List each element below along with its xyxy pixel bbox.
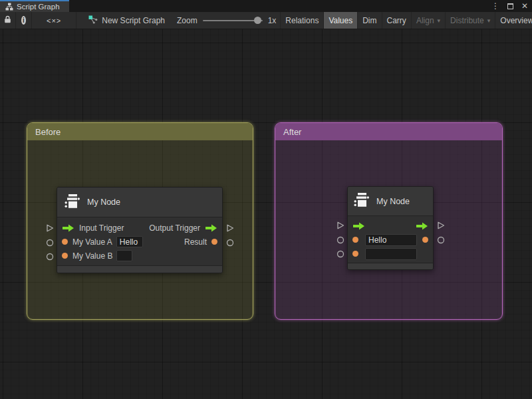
node-icon xyxy=(63,192,81,213)
my-value-b-field[interactable] xyxy=(116,250,132,261)
my-value-a-port-icon[interactable] xyxy=(62,239,68,245)
outer-input-trigger-port[interactable] xyxy=(45,223,54,233)
outer-value-a-port[interactable] xyxy=(45,238,54,247)
value-b-row xyxy=(348,247,433,261)
group-before-title: Before xyxy=(35,127,61,137)
carry-label: Carry xyxy=(387,16,406,25)
after-node[interactable]: My Node xyxy=(347,186,434,270)
outer-result-port[interactable] xyxy=(436,235,445,245)
zoom-label: Zoom xyxy=(177,16,198,25)
tab-title: Script Graph xyxy=(17,3,60,11)
close-icon[interactable]: ✕ xyxy=(521,2,528,10)
new-script-graph-button[interactable]: New Script Graph xyxy=(80,12,173,29)
outer-value-b-port[interactable] xyxy=(336,249,344,259)
info-button[interactable]: i xyxy=(16,12,32,29)
outer-value-b-port[interactable] xyxy=(45,252,54,261)
overview-label: Overview xyxy=(500,16,532,25)
after-node-title: My Node xyxy=(376,197,410,206)
output-trigger-arrow-icon[interactable] xyxy=(416,222,428,230)
before-node-wrap: My Node Input Trigger Output Trigger xyxy=(57,187,223,273)
tab-bar: Script Graph ⋮ ✕ xyxy=(0,0,532,12)
trigger-row: Input Trigger Output Trigger xyxy=(57,221,222,235)
output-trigger-arrow-icon[interactable] xyxy=(205,224,217,232)
overview-button[interactable]: Overview xyxy=(495,12,532,29)
before-node-footer xyxy=(57,265,222,273)
distribute-label: Distribute xyxy=(450,16,484,25)
code-view-button[interactable]: <×> xyxy=(32,12,76,29)
group-after-title: After xyxy=(283,127,301,137)
zoom-value: 1x xyxy=(268,16,277,25)
input-trigger-arrow-icon[interactable] xyxy=(62,224,74,232)
my-value-a-field[interactable] xyxy=(116,236,143,247)
my-value-a-port-icon[interactable] xyxy=(352,237,358,243)
dim-button[interactable]: Dim xyxy=(357,12,381,29)
outer-result-port[interactable] xyxy=(225,238,234,247)
before-node[interactable]: My Node Input Trigger Output Trigger xyxy=(57,187,223,273)
outer-value-a-port[interactable] xyxy=(336,235,344,245)
my-value-b-field[interactable] xyxy=(365,248,417,260)
after-node-wrap: My Node xyxy=(347,186,434,270)
zoom-control: Zoom 1x xyxy=(173,12,280,29)
outer-input-trigger-port[interactable] xyxy=(336,221,344,230)
trigger-row xyxy=(348,219,433,233)
result-label: Result xyxy=(184,237,207,247)
my-value-b-label: My Value B xyxy=(72,251,112,261)
align-dropdown[interactable]: Align ▾ xyxy=(411,12,445,29)
relations-label: Relations xyxy=(285,16,319,25)
my-value-a-label: My Value A xyxy=(72,237,112,247)
tab-script-graph[interactable]: Script Graph xyxy=(0,0,69,12)
carry-button[interactable]: Carry xyxy=(382,12,411,29)
lock-button[interactable] xyxy=(0,12,16,29)
chevron-down-icon: ▾ xyxy=(438,17,441,24)
graph-toolbar: i <×> New Script Graph Zoom 1x xyxy=(0,12,532,29)
graph-hierarchy-icon xyxy=(5,3,13,11)
info-icon: i xyxy=(21,16,26,25)
group-before-header[interactable]: Before xyxy=(27,123,253,140)
output-trigger-label: Output Trigger xyxy=(149,223,200,233)
after-node-footer xyxy=(348,263,433,269)
toolbar-toggles: Relations Values Dim Carry Align ▾ Distr… xyxy=(280,12,532,29)
values-button[interactable]: Values xyxy=(323,12,357,29)
chevron-down-icon: ▾ xyxy=(487,17,491,24)
graph-canvas[interactable]: Before After xyxy=(0,29,532,399)
result-port-icon[interactable] xyxy=(422,237,428,243)
script-graph-asset-icon xyxy=(88,15,98,26)
unity-visual-scripting-window: Script Graph ⋮ ✕ i <×> xyxy=(0,0,532,399)
value-a-row xyxy=(348,233,433,247)
result-port-icon[interactable] xyxy=(211,239,217,245)
code-icon: <×> xyxy=(47,17,61,25)
after-node-header[interactable]: My Node xyxy=(348,187,433,216)
dim-label: Dim xyxy=(362,16,376,25)
input-trigger-arrow-icon[interactable] xyxy=(352,222,365,230)
relations-button[interactable]: Relations xyxy=(280,12,323,29)
my-value-a-field[interactable] xyxy=(365,234,417,246)
after-node-rows xyxy=(348,216,433,263)
distribute-dropdown[interactable]: Distribute ▾ xyxy=(445,12,495,29)
my-value-b-port-icon[interactable] xyxy=(62,253,68,259)
lock-icon xyxy=(4,15,11,25)
before-node-rows: Input Trigger Output Trigger My Value A … xyxy=(57,217,222,265)
zoom-slider[interactable] xyxy=(203,20,263,21)
kebab-menu-icon[interactable]: ⋮ xyxy=(491,2,499,10)
node-icon xyxy=(352,191,370,211)
zoom-slider-handle[interactable] xyxy=(254,17,261,24)
outer-output-trigger-port[interactable] xyxy=(225,223,234,233)
group-after-header[interactable]: After xyxy=(275,123,502,140)
before-node-title: My Node xyxy=(87,198,120,207)
maximize-icon[interactable] xyxy=(507,3,513,9)
value-b-row: My Value B xyxy=(57,249,222,263)
before-node-header[interactable]: My Node xyxy=(57,188,222,217)
my-value-b-port-icon[interactable] xyxy=(352,251,358,257)
input-trigger-label: Input Trigger xyxy=(79,223,124,233)
value-a-row: My Value A Result xyxy=(57,235,222,249)
values-label: Values xyxy=(329,16,352,25)
align-label: Align xyxy=(416,16,434,25)
outer-output-trigger-port[interactable] xyxy=(436,221,445,230)
window-controls: ⋮ ✕ xyxy=(491,0,528,12)
new-script-graph-label: New Script Graph xyxy=(102,16,165,25)
